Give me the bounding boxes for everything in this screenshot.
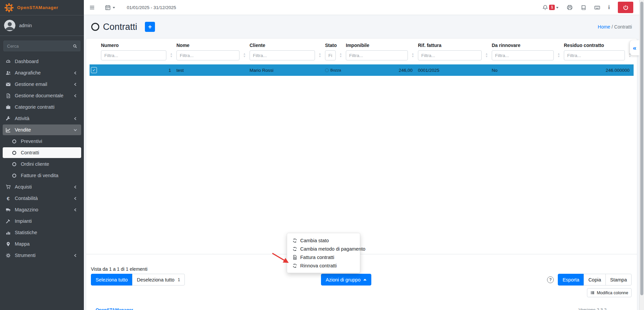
brand-name: OpenSTAManager [17,5,58,10]
sidebar-item-impianti[interactable]: Impianti [3,216,81,226]
column-header-rif-fattura: Rif. fattura▲▼ [417,41,490,64]
copy-button[interactable]: Copia [584,274,606,286]
sidebar-item-label: Strumenti [15,253,36,258]
sidebar-item-contratti[interactable]: Contratti [3,147,81,158]
add-record-button[interactable]: + [145,22,155,32]
group-actions-button[interactable]: Azioni di gruppo [321,274,371,286]
printer-icon [567,5,573,10]
menu-item-label: Fattura contratti [300,255,334,260]
menu-item-rinnova-contratti[interactable]: Rinnova contratti [287,261,360,270]
filter-input-numero[interactable] [101,50,166,60]
print-table-button[interactable]: Stampa [605,274,632,286]
select-all-button[interactable]: Seleziona tutto [91,274,132,286]
column-header-da-rinnovare: Da rinnovare▲▼ [490,41,562,64]
filter-input-nome[interactable] [176,50,239,60]
help-icon[interactable]: ? [547,276,554,283]
deselect-all-button[interactable]: Deseleziona tutto 1 [132,274,185,286]
column-label: Nome [176,43,239,48]
chevron-left-icon [72,185,78,189]
edit-columns-button[interactable]: Modifica colonne [587,288,632,297]
export-button[interactable]: Esporta [558,274,584,286]
sidebar-item-label: Ordini cliente [21,161,49,167]
caret-down-icon [556,6,559,9]
info-icon[interactable]: i [608,4,610,11]
search-input[interactable] [3,41,69,51]
sidebar-item-mappa[interactable]: Mappa [3,239,81,249]
column-label: Cliente [250,43,315,48]
search-button[interactable] [69,41,80,51]
shortcuts-button[interactable] [594,5,600,10]
sidebar-item-acquisti[interactable]: Acquisti [3,182,81,192]
sidebar-item-vendite[interactable]: Vendite [3,124,81,135]
sync-icon [292,263,297,268]
navbar-right: 1 i [542,2,639,13]
filter-input-da-rinnovare[interactable] [492,50,554,60]
date-range-picker[interactable] [105,5,115,10]
sidebar-item-attivit[interactable]: Attività [3,113,81,124]
euro-icon: € [5,196,11,201]
sidebar-item-fatture-di-vendita[interactable]: Fatture di vendita [3,170,81,181]
footer-app-link[interactable]: OpenSTAManager [96,307,133,310]
breadcrumb-home-link[interactable]: Home [598,24,610,30]
export-cluster: ? Esporta Copia Stampa [547,274,632,286]
sidebar-item-dashboard[interactable]: Dashboard [3,56,81,67]
chevron-left-icon [72,254,78,257]
manual-button[interactable] [581,5,586,10]
page-title-text: Contratti [103,22,137,32]
sidebar-item-gestione-email[interactable]: Gestione email [3,79,81,90]
status-dot-icon [325,68,329,72]
filter-input-imponibile[interactable] [346,50,408,60]
group-actions-label: Azioni di gruppo [326,277,361,282]
table-header-row: Numero▲▼Nome▲▼Cliente▲▼Stato▲▼Imponibile… [90,41,634,64]
brand[interactable]: OSM OpenSTAManager [0,0,84,15]
circle-icon [11,150,17,155]
filter-input-rif-fattura[interactable] [418,50,482,60]
cell-da_rinnovare: No [490,64,562,76]
menu-item-fattura-contratti[interactable]: Fattura contratti [287,253,360,261]
collapse-panel-toggle[interactable]: « [630,40,639,55]
sidebar-item-magazzino[interactable]: Magazzino [3,204,81,215]
sort-arrows-icon[interactable]: ▲▼ [485,52,488,58]
sidebar-item-label: Fatture di vendita [21,173,58,178]
sidebar-item-label: Statistiche [15,230,37,235]
sort-arrows-icon[interactable]: ▲▼ [557,52,560,58]
sidebar-item-categorie-contratti[interactable]: Categorie contratti [3,102,81,112]
sidebar-item-contabilit[interactable]: €Contabilità [3,193,81,204]
user-panel[interactable]: admin [0,15,84,36]
checked-checkbox-icon[interactable]: ✓ [91,67,97,73]
sidebar-item-gestione-documentale[interactable]: Gestione documentale [3,90,81,101]
sort-arrows-icon[interactable]: ▲▼ [412,52,414,58]
sort-arrows-icon[interactable]: ▲▼ [339,52,342,58]
deselect-all-label: Deseleziona tutto [137,277,174,282]
sidebar-toggle-button[interactable] [89,5,95,10]
filter-input-cliente[interactable] [250,50,315,60]
filter-input-stato[interactable] [325,50,336,60]
sort-arrows-icon[interactable]: ▲▼ [243,52,246,58]
sidebar-item-preventivi[interactable]: Preventivi [3,136,81,147]
filter-input-residuo-contratto[interactable] [564,50,625,60]
sidebar-item-strumenti[interactable]: Strumenti [3,250,81,261]
menu-item-cambia-stato[interactable]: Cambia stato [287,236,360,245]
menu-item-label: Cambia stato [300,238,329,243]
sidebar-item-anagrafiche[interactable]: Anagrafiche [3,67,81,78]
deselect-count: 1 [178,277,180,282]
sort-arrows-icon[interactable]: ▲▼ [170,52,173,58]
map-pin-icon [5,242,11,247]
date-range-label[interactable]: 01/01/2025 - 31/12/2025 [127,5,176,10]
logout-button[interactable] [618,2,633,13]
hamburger-icon [89,5,95,10]
scrollbar-thumb[interactable] [640,2,643,295]
cell-residuo_contratto: 246.000000 [562,64,634,76]
sort-arrows-icon[interactable]: ▲▼ [319,52,321,58]
print-button[interactable] [567,5,573,10]
sidebar-item-label: Vendite [15,127,31,133]
table-row[interactable]: ✓1testMario RossiBozza246,000001/2025No2… [90,64,634,76]
module-circle-icon [91,23,99,31]
vertical-scrollbar[interactable] [639,0,644,310]
row-checkbox-cell[interactable]: ✓ [90,64,100,76]
notifications-button[interactable]: 1 [542,5,559,10]
search-icon [73,44,77,48]
sidebar-item-ordini-cliente[interactable]: Ordini cliente [3,159,81,169]
menu-item-cambia-metodo-di-pagamento[interactable]: Cambia metodo di pagamento [287,245,360,253]
sidebar-item-statistiche[interactable]: Statistiche [3,227,81,238]
